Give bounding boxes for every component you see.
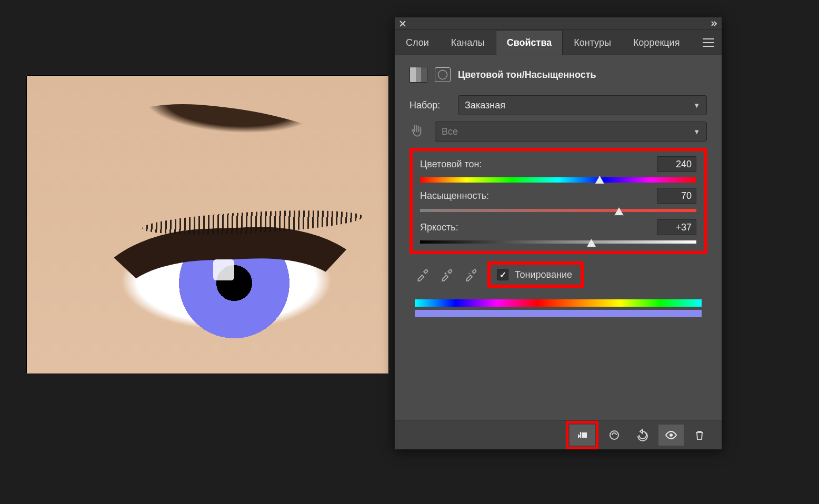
sliders-group-highlight: Цветовой тон: 240 Насыщенность: 70 — [410, 148, 707, 254]
image-content — [87, 223, 376, 370]
eyedropper-subtract-icon[interactable] — [463, 267, 479, 283]
chevron-down-icon: ▼ — [693, 128, 700, 136]
panel-footer — [395, 420, 722, 449]
layer-mask-icon[interactable] — [435, 67, 451, 82]
svg-rect-0 — [582, 432, 587, 438]
hue-row: Цветовой тон: 240 — [420, 156, 696, 183]
lightness-row: Яркость: +37 — [420, 219, 696, 246]
image-content — [213, 259, 234, 280]
hue-sat-adjustment-icon[interactable] — [410, 67, 427, 83]
hue-input[interactable]: 240 — [657, 156, 696, 172]
lightness-input[interactable]: +37 — [657, 219, 696, 235]
panel-titlebar — [395, 17, 722, 30]
preset-value: Заказная — [465, 100, 505, 111]
view-previous-icon[interactable] — [602, 425, 627, 446]
eyedropper-icon[interactable] — [415, 267, 431, 283]
saturation-label: Насыщенность: — [420, 190, 489, 201]
preset-label: Набор: — [410, 100, 448, 111]
properties-panel: Слои Каналы Свойства Контуры Коррекция Ц… — [394, 17, 722, 450]
saturation-slider[interactable] — [420, 209, 696, 214]
hue-strip-result — [415, 310, 702, 317]
panel-tabs: Слои Каналы Свойства Контуры Коррекция — [395, 30, 722, 55]
tab-channels[interactable]: Каналы — [440, 30, 496, 55]
chevron-down-icon: ▼ — [693, 102, 700, 109]
svg-point-2 — [670, 434, 673, 437]
panel-menu-icon[interactable] — [695, 30, 722, 55]
lightness-slider[interactable] — [420, 240, 696, 246]
saturation-row: Насыщенность: 70 — [420, 188, 696, 214]
document-canvas[interactable] — [26, 75, 389, 374]
preset-select[interactable]: Заказная ▼ — [458, 95, 707, 115]
saturation-input[interactable]: 70 — [657, 188, 696, 204]
adjustment-title: Цветовой тон/Насыщенность — [458, 69, 596, 80]
lightness-label: Яркость: — [420, 222, 458, 233]
color-range-select[interactable]: Все ▼ — [435, 122, 707, 142]
tab-properties[interactable]: Свойства — [496, 30, 563, 55]
hue-slider[interactable] — [420, 177, 696, 183]
eyedropper-add-icon[interactable] — [439, 267, 455, 283]
hue-strip-source — [415, 299, 702, 307]
collapse-icon[interactable] — [710, 20, 717, 27]
clip-to-layer-icon[interactable] — [570, 425, 595, 446]
hue-label: Цветовой тон: — [420, 159, 482, 170]
tab-paths[interactable]: Контуры — [563, 30, 622, 55]
close-icon[interactable] — [399, 20, 406, 27]
colorize-highlight: ✓ Тонирование — [487, 261, 584, 288]
color-range-value: Все — [442, 126, 458, 137]
reset-icon[interactable] — [630, 425, 655, 446]
tab-adjustments[interactable]: Коррекция — [622, 30, 691, 55]
svg-point-1 — [610, 431, 618, 439]
delete-icon[interactable] — [687, 425, 712, 446]
tab-layers[interactable]: Слои — [395, 30, 440, 55]
colorize-label: Тонирование — [515, 269, 572, 280]
clip-highlight — [566, 421, 598, 449]
targeted-adjust-icon[interactable] — [410, 124, 425, 139]
colorize-checkbox[interactable]: ✓ — [497, 269, 508, 280]
toggle-visibility-icon[interactable] — [658, 425, 684, 446]
